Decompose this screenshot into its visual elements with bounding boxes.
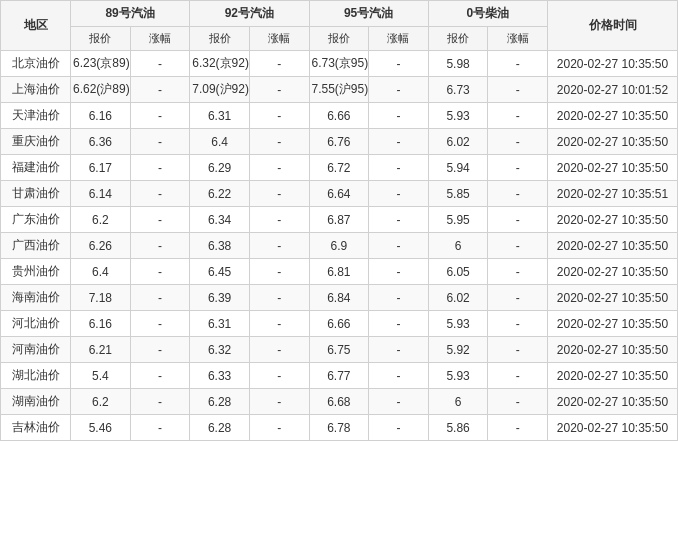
cell-change-92: - — [249, 285, 309, 311]
cell-price-89: 5.46 — [71, 415, 131, 441]
cell-price-89: 6.16 — [71, 311, 131, 337]
cell-change-0: - — [488, 337, 548, 363]
fuel-price-table: 地区 89号汽油 92号汽油 95号汽油 0号柴油 价格时间 报价 涨幅 报价 … — [0, 0, 678, 441]
cell-change-95: - — [369, 207, 429, 233]
cell-price-89: 6.2 — [71, 207, 131, 233]
cell-change-95: - — [369, 51, 429, 77]
cell-price-95: 6.72 — [309, 155, 369, 181]
cell-change-95: - — [369, 337, 429, 363]
cell-price-89: 6.26 — [71, 233, 131, 259]
cell-region: 广东油价 — [1, 207, 71, 233]
cell-price-89: 6.23(京89) — [71, 51, 131, 77]
cell-price-95: 6.9 — [309, 233, 369, 259]
cell-time: 2020-02-27 10:35:50 — [548, 129, 678, 155]
table-row: 海南油价7.18-6.39-6.84-6.02-2020-02-27 10:35… — [1, 285, 678, 311]
header-oil89: 89号汽油 — [71, 1, 190, 27]
cell-change-89: - — [130, 389, 190, 415]
cell-price-95: 6.84 — [309, 285, 369, 311]
cell-time: 2020-02-27 10:35:50 — [548, 337, 678, 363]
cell-change-95: - — [369, 181, 429, 207]
cell-change-0: - — [488, 155, 548, 181]
cell-region: 河南油价 — [1, 337, 71, 363]
cell-time: 2020-02-27 10:35:51 — [548, 181, 678, 207]
table-row: 上海油价6.62(沪89)-7.09(沪92)-7.55(沪95)-6.73-2… — [1, 77, 678, 103]
cell-region: 湖南油价 — [1, 389, 71, 415]
cell-change-95: - — [369, 129, 429, 155]
cell-region: 福建油价 — [1, 155, 71, 181]
cell-change-89: - — [130, 233, 190, 259]
cell-price-89: 6.17 — [71, 155, 131, 181]
cell-price-92: 6.39 — [190, 285, 250, 311]
cell-price-89: 6.4 — [71, 259, 131, 285]
cell-region: 上海油价 — [1, 77, 71, 103]
cell-change-92: - — [249, 337, 309, 363]
cell-change-0: - — [488, 259, 548, 285]
cell-price-0: 6.02 — [428, 129, 488, 155]
cell-price-92: 6.31 — [190, 311, 250, 337]
cell-price-0: 6.05 — [428, 259, 488, 285]
cell-change-95: - — [369, 285, 429, 311]
cell-change-89: - — [130, 207, 190, 233]
cell-change-0: - — [488, 389, 548, 415]
cell-change-92: - — [249, 415, 309, 441]
cell-region: 甘肃油价 — [1, 181, 71, 207]
cell-change-95: - — [369, 415, 429, 441]
cell-region: 湖北油价 — [1, 363, 71, 389]
cell-price-92: 6.29 — [190, 155, 250, 181]
table-row: 贵州油价6.4-6.45-6.81-6.05-2020-02-27 10:35:… — [1, 259, 678, 285]
cell-price-92: 6.22 — [190, 181, 250, 207]
header-region: 地区 — [1, 1, 71, 51]
table-row: 福建油价6.17-6.29-6.72-5.94-2020-02-27 10:35… — [1, 155, 678, 181]
cell-time: 2020-02-27 10:35:50 — [548, 103, 678, 129]
cell-change-95: - — [369, 389, 429, 415]
cell-change-89: - — [130, 77, 190, 103]
cell-change-89: - — [130, 415, 190, 441]
cell-price-0: 6 — [428, 233, 488, 259]
cell-price-89: 6.36 — [71, 129, 131, 155]
cell-change-95: - — [369, 363, 429, 389]
cell-price-95: 6.81 — [309, 259, 369, 285]
header-change-0: 涨幅 — [488, 27, 548, 51]
cell-region: 重庆油价 — [1, 129, 71, 155]
cell-price-92: 6.45 — [190, 259, 250, 285]
header-oil0: 0号柴油 — [428, 1, 547, 27]
header-time: 价格时间 — [548, 1, 678, 51]
cell-change-95: - — [369, 311, 429, 337]
cell-time: 2020-02-27 10:01:52 — [548, 77, 678, 103]
cell-change-89: - — [130, 363, 190, 389]
table-row: 河南油价6.21-6.32-6.75-5.92-2020-02-27 10:35… — [1, 337, 678, 363]
cell-price-0: 6 — [428, 389, 488, 415]
cell-time: 2020-02-27 10:35:50 — [548, 259, 678, 285]
cell-change-92: - — [249, 51, 309, 77]
cell-price-89: 6.16 — [71, 103, 131, 129]
cell-change-0: - — [488, 415, 548, 441]
cell-change-89: - — [130, 285, 190, 311]
header-price-92: 报价 — [190, 27, 250, 51]
table-row: 河北油价6.16-6.31-6.66-5.93-2020-02-27 10:35… — [1, 311, 678, 337]
table-row: 湖南油价6.2-6.28-6.68-6-2020-02-27 10:35:50 — [1, 389, 678, 415]
cell-change-89: - — [130, 311, 190, 337]
cell-change-0: - — [488, 51, 548, 77]
cell-price-92: 6.28 — [190, 389, 250, 415]
header-oil95: 95号汽油 — [309, 1, 428, 27]
cell-change-92: - — [249, 311, 309, 337]
cell-price-0: 5.94 — [428, 155, 488, 181]
cell-price-92: 7.09(沪92) — [190, 77, 250, 103]
cell-change-89: - — [130, 129, 190, 155]
cell-price-92: 6.32 — [190, 337, 250, 363]
cell-price-95: 6.66 — [309, 103, 369, 129]
cell-change-0: - — [488, 77, 548, 103]
cell-time: 2020-02-27 10:35:50 — [548, 207, 678, 233]
cell-price-89: 6.14 — [71, 181, 131, 207]
table-row: 广东油价6.2-6.34-6.87-5.95-2020-02-27 10:35:… — [1, 207, 678, 233]
cell-price-0: 5.98 — [428, 51, 488, 77]
cell-time: 2020-02-27 10:35:50 — [548, 155, 678, 181]
cell-price-89: 6.21 — [71, 337, 131, 363]
cell-price-89: 6.62(沪89) — [71, 77, 131, 103]
cell-change-0: - — [488, 311, 548, 337]
cell-price-0: 5.92 — [428, 337, 488, 363]
cell-price-95: 6.77 — [309, 363, 369, 389]
cell-change-0: - — [488, 103, 548, 129]
cell-change-92: - — [249, 207, 309, 233]
header-price-0: 报价 — [428, 27, 488, 51]
